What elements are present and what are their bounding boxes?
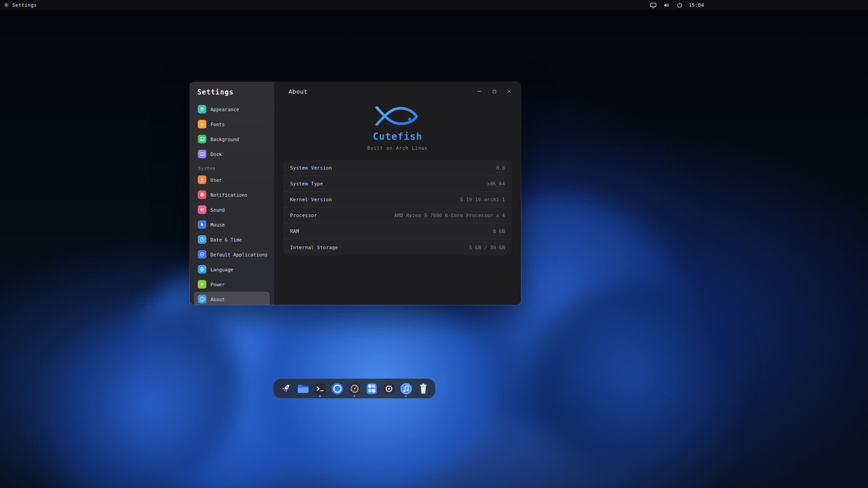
page-title: About (289, 88, 308, 95)
fonts-icon: A (198, 120, 206, 128)
svg-text:A: A (201, 122, 204, 126)
distro-logo-area: Cutefish Built on Arch Linux (274, 104, 521, 151)
info-value: 0.8 (496, 165, 505, 171)
appearance-icon (198, 105, 206, 114)
dock (273, 379, 435, 398)
sidebar-item-label: Mouse (210, 222, 225, 227)
sidebar-title: Settings (197, 88, 270, 96)
brand-tagline: Built on Arch Linux (274, 146, 521, 151)
active-app-indicator[interactable]: Settings (0, 2, 37, 8)
info-row-ram: RAM8 GB (283, 223, 512, 239)
sidebar-item-dock[interactable]: Dock (194, 147, 270, 161)
info-label: Processor (290, 213, 317, 218)
sidebar-item-notifications[interactable]: Notifications (194, 187, 270, 202)
info-row-system-version: System Version0.8 (283, 160, 512, 176)
language-icon (198, 265, 206, 274)
sidebar-item-fonts[interactable]: AFonts (194, 117, 270, 132)
info-label: Kernel Version (290, 197, 332, 202)
sidebar-item-appearance[interactable]: Appearance (194, 102, 270, 117)
top-panel: Settings 15:04 (0, 0, 868, 10)
sidebar-item-label: Appearance (210, 107, 239, 112)
settings-app-icon (4, 2, 9, 8)
sidebar-item-about[interactable]: About (194, 292, 270, 305)
cutefish-logo-icon (374, 104, 422, 128)
sidebar-item-label: Fonts (210, 122, 225, 127)
settings-icon (348, 382, 361, 395)
sidebar-item-label: Background (210, 137, 239, 142)
about-icon (198, 295, 206, 303)
mouse-icon (198, 220, 206, 229)
sidebar-item-sound[interactable]: Sound (194, 202, 270, 217)
minimize-button[interactable] (474, 86, 485, 97)
info-row-kernel-version: Kernel Version5.19.10-arch1-1 (283, 192, 512, 208)
close-button[interactable] (504, 86, 515, 97)
sidebar-item-label: Date & Time (210, 237, 242, 242)
info-value: AMD Ryzen 5 7600 6-Core Processor x 4 (394, 213, 505, 218)
info-label: RAM (290, 228, 299, 234)
dock-settings-icon (198, 150, 206, 158)
sidebar-item-label: Sound (210, 207, 225, 213)
sidebar-section-label: System (198, 166, 270, 171)
system-info-card: System Version0.8System Typex86_64Kernel… (283, 160, 512, 255)
dock-item-settings[interactable] (348, 379, 361, 398)
system-tray: 15:04 (649, 0, 704, 10)
clock: 15:04 (689, 2, 704, 8)
dock-item-terminal[interactable] (313, 379, 327, 398)
sidebar-item-label: Default Applications (210, 252, 267, 257)
power-icon[interactable] (676, 0, 684, 10)
info-label: Internal Storage (290, 245, 338, 250)
sidebar-item-background[interactable]: Background (194, 132, 270, 147)
sidebar-item-label: Notifications (210, 192, 248, 198)
defaultapps-icon (198, 250, 206, 259)
power-icon (198, 280, 206, 289)
info-value: x86_64 (487, 181, 505, 186)
dock-item-calculator[interactable] (365, 379, 378, 398)
sidebar-primary-list: AppearanceAFontsBackgroundDock (194, 102, 270, 161)
files-icon (296, 382, 310, 395)
sidebar-item-language[interactable]: Language (194, 262, 270, 277)
content-header: About (274, 82, 521, 98)
info-value: 5.19.10-arch1-1 (460, 197, 505, 202)
browser-icon (331, 382, 344, 395)
sidebar-item-label: User (210, 177, 222, 183)
music-icon (400, 382, 413, 395)
datetime-icon (198, 235, 206, 244)
desktop: Settings 15:04 Settings AppearanceAFonts… (0, 0, 868, 488)
dock-item-screenshot[interactable] (382, 379, 396, 398)
dock-item-files[interactable] (296, 379, 310, 398)
sidebar-item-power[interactable]: Power (194, 277, 270, 292)
background-icon (198, 135, 206, 143)
sidebar-item-label: About (210, 297, 225, 302)
info-value: 5 GB / 39 GB (469, 245, 505, 250)
sidebar-item-label: Dock (210, 152, 222, 157)
maximize-button[interactable] (489, 86, 500, 97)
info-row-internal-storage: Internal Storage5 GB / 39 GB (283, 239, 512, 255)
settings-sidebar: Settings AppearanceAFontsBackgroundDock … (190, 82, 274, 305)
settings-window: Settings AppearanceAFontsBackgroundDock … (189, 81, 521, 305)
info-row-system-type: System Typex86_64 (283, 176, 512, 192)
display-icon[interactable] (649, 0, 658, 10)
dock-items (279, 379, 430, 398)
terminal-icon (314, 382, 327, 395)
sidebar-item-mouse[interactable]: Mouse (194, 217, 270, 232)
sidebar-item-default-applications[interactable]: Default Applications (194, 247, 270, 262)
brand-name: Cutefish (274, 131, 521, 142)
running-indicator-dot (353, 395, 355, 397)
notifications-icon (198, 190, 206, 199)
sidebar-system-list: UserNotificationsSoundMouseDate & TimeDe… (194, 172, 270, 305)
dock-item-browser[interactable] (330, 379, 344, 398)
info-label: System Version (290, 165, 332, 171)
calculator-icon (365, 382, 378, 395)
running-indicator-dot (405, 395, 407, 397)
sidebar-item-label: Power (210, 282, 225, 287)
sidebar-item-user[interactable]: User (194, 172, 270, 187)
sound-icon (198, 205, 206, 214)
dock-item-trash[interactable] (416, 379, 430, 398)
dock-item-launcher[interactable] (279, 379, 292, 398)
volume-icon[interactable] (663, 0, 671, 10)
dock-item-music[interactable] (399, 379, 413, 398)
running-indicator-dot (319, 395, 321, 397)
about-page: About (274, 82, 521, 305)
sidebar-item-date-time[interactable]: Date & Time (194, 232, 270, 247)
launcher-icon (279, 382, 292, 395)
